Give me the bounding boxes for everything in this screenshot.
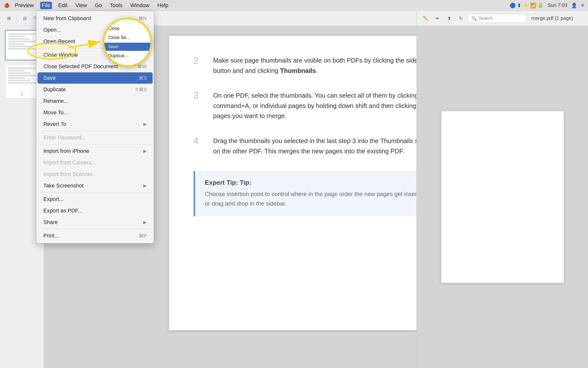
menubar-edit[interactable]: Edit: [57, 2, 69, 9]
menu-arrow-share: ▶: [143, 220, 147, 225]
menubar-right: 🔵 ⬆ ⚡ 📶 🔋 Sun 7:03 👤 ≡: [510, 2, 584, 8]
second-toolbar-share[interactable]: ⬆: [444, 14, 454, 23]
menu-item-import-camera: Import from Camera...: [37, 157, 153, 168]
thumb-line: [8, 82, 36, 84]
toolbar-sidebar-btn[interactable]: ⊞: [4, 14, 14, 23]
menu-item-import-iphone[interactable]: Import from iPhone ▶: [37, 145, 153, 157]
menubar-user-icon: 👤: [571, 2, 577, 8]
thumb-line: [8, 72, 30, 74]
thumbnail-page-1[interactable]: [5, 30, 39, 60]
menubar-view[interactable]: View: [74, 2, 88, 9]
menubar-help[interactable]: Help: [156, 2, 170, 9]
thumb-line: [8, 48, 36, 50]
menu-sep-4: [38, 192, 152, 193]
toolbar-zoom-fit[interactable]: ⊟: [20, 14, 30, 23]
menu-label-open-recent: Open Recent: [43, 38, 75, 45]
menu-label-export: Export...: [43, 196, 63, 202]
menu-sep-3: [38, 144, 152, 145]
thumb-line: [8, 67, 36, 69]
menu-item-print[interactable]: Print... ⌘P: [37, 230, 153, 241]
step-4: 4 Drag the thumbnails you selected in th…: [194, 136, 439, 156]
menubar-menu-icon: ≡: [581, 2, 584, 8]
menu-item-share[interactable]: Share ▶: [37, 217, 153, 228]
step-text-4: Drag the thumbnails you selected in the …: [213, 136, 439, 156]
zoom-item-close: Close: [104, 25, 150, 33]
search-bar-right[interactable]: 🔍 Search: [468, 14, 527, 23]
menu-item-export-pdf[interactable]: Export as PDF...: [37, 205, 153, 216]
menu-shortcut-duplicate: ⇧⌘S: [135, 87, 147, 92]
zoom-item-duplicat: Duplicat…: [104, 52, 150, 60]
menubar-file[interactable]: File: [40, 2, 52, 9]
apple-menu[interactable]: 🍎: [4, 3, 9, 8]
menu-item-move-to[interactable]: Move To...: [37, 107, 153, 118]
menu-arrow-revert: ▶: [143, 121, 147, 127]
zoom-item-close-se: Close Se…: [104, 34, 150, 42]
thumb-num-2: 1: [7, 92, 37, 96]
thumb-content-1: [7, 32, 37, 57]
toolbar-sep-1: [17, 15, 17, 22]
menu-item-import-scanner: Import from Scanner...: [37, 169, 153, 180]
menubar-icons: 🔵 ⬆ ⚡ 📶 🔋: [510, 2, 544, 8]
thumbnail-page-2[interactable]: 1: [5, 64, 39, 99]
second-toolbar: ✏️ ✒ ⬆ ↻ 🔍 Search merge.pdf (1 page): [417, 11, 588, 26]
search-placeholder-right: Search: [479, 16, 493, 21]
second-doc-area: [417, 26, 588, 368]
expert-tip-title: Expert Tip: Tip:: [205, 179, 429, 186]
thumb-line: [8, 75, 36, 76]
menu-label-duplicate: Duplicate: [43, 86, 66, 93]
menu-shortcut-print: ⌘P: [139, 233, 147, 239]
menu-label-import-camera: Import from Camera...: [43, 159, 96, 166]
menu-item-rename[interactable]: Rename...: [37, 95, 153, 107]
menu-item-save[interactable]: Save ⌘S: [37, 72, 153, 84]
thumb-line: [8, 36, 25, 37]
thumb-line: [8, 80, 30, 81]
step-num-3: 3: [194, 91, 203, 121]
menu-shortcut-save: ⌘S: [139, 75, 147, 81]
menu-arrow-take-screenshot: ▶: [143, 183, 147, 188]
step-3: 3 On one PDF, select the thumbnails. You…: [194, 91, 439, 121]
menubar-tools[interactable]: Tools: [108, 2, 124, 9]
thumb-line: [8, 70, 25, 71]
second-window: ✏️ ✒ ⬆ ↻ 🔍 Search merge.pdf (1 page): [416, 11, 588, 368]
second-pdf-page: [441, 111, 564, 283]
menu-arrow-import-iphone: ▶: [143, 148, 147, 154]
menu-label-revert: Revert To: [43, 121, 66, 127]
thumb-line: [8, 43, 25, 45]
step-num-2: 2: [194, 55, 203, 76]
thumb-line: [8, 77, 25, 79]
menu-label-share: Share: [43, 219, 58, 225]
menu-item-export[interactable]: Export...: [37, 194, 153, 205]
menu-item-password: Enter Password...: [37, 132, 153, 143]
menu-shortcut-new-clipboard: ⌘N: [138, 15, 147, 21]
thumb-line: [8, 46, 30, 47]
search-icon-right: 🔍: [471, 16, 477, 21]
second-toolbar-pen[interactable]: ✏️: [421, 14, 430, 23]
second-toolbar-rotate[interactable]: ↻: [456, 14, 466, 23]
menubar-go[interactable]: Go: [93, 2, 103, 9]
menu-item-duplicate[interactable]: Duplicate ⇧⌘S: [37, 84, 153, 95]
menu-label-import-iphone: Import from iPhone: [43, 148, 89, 154]
menu-sep-5: [38, 229, 152, 229]
menu-item-revert[interactable]: Revert To ▶: [37, 118, 153, 130]
second-tab-label: merge.pdf (1 page): [528, 15, 576, 21]
zoom-circle: Close Close Se… Save Duplicat…: [103, 18, 152, 67]
menubar-preview[interactable]: Preview: [13, 2, 35, 9]
menu-label-open: Open...: [43, 27, 61, 33]
menu-label-print: Print...: [43, 233, 59, 239]
thumb-line: [8, 38, 30, 40]
menu-label-new-clipboard: New from Clipboard: [43, 15, 91, 22]
menu-label-save: Save: [43, 75, 56, 81]
menubar-window[interactable]: Window: [129, 2, 151, 9]
step-num-4: 4: [194, 136, 203, 156]
menu-item-take-screenshot[interactable]: Take Screenshot ▶: [37, 180, 153, 191]
second-toolbar-markup[interactable]: ✒: [432, 14, 442, 23]
menu-label-import-scanner: Import from Scanner...: [43, 171, 97, 177]
step-2: 2 Make sure page thumbnails are visible …: [194, 55, 439, 76]
menu-sep-2: [38, 131, 152, 131]
thumb-content-2: [7, 66, 37, 91]
thumb-line: [8, 41, 36, 42]
expert-tip: Expert Tip: Tip: Choose insertion point …: [194, 171, 439, 216]
step-text-2: Make sure page thumbnails are visible on…: [213, 55, 439, 76]
menu-label-move-to: Move To...: [43, 109, 68, 116]
thumb-line: [8, 33, 36, 35]
